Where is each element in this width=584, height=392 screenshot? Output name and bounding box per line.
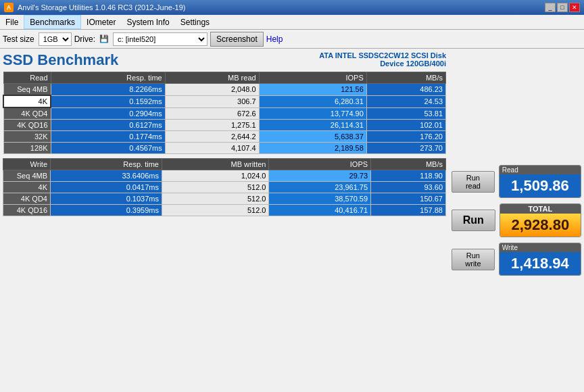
- col-mb-written: MB written: [162, 159, 269, 170]
- read-score-box: Read 1,509.86: [499, 165, 581, 198]
- menu-bar: File Benchmarks IOmeter System Info Sett…: [0, 15, 584, 30]
- iops-128k-read: 2,189.58: [259, 143, 366, 154]
- read-row-4k: 4K 0.1592ms 306.7 6,280.31 24.53: [3, 95, 446, 107]
- menu-benchmarks[interactable]: Benchmarks: [24, 15, 81, 29]
- title-text: Anvil's Storage Utilities 1.0.46 RC3 (20…: [18, 3, 543, 11]
- drive-label: Drive:: [74, 34, 95, 44]
- menu-settings[interactable]: Settings: [175, 15, 215, 29]
- total-score-value: 2,928.80: [500, 214, 581, 237]
- iops-4kqd4-write: 38,570.59: [269, 193, 371, 205]
- resp-4kqd16-read: 0.6127ms: [51, 120, 165, 131]
- read-score-value: 1,509.86: [500, 174, 581, 197]
- menu-system-info[interactable]: System Info: [121, 15, 174, 29]
- help-link[interactable]: Help: [266, 34, 283, 44]
- resp-128k-read: 0.4567ms: [51, 143, 165, 154]
- read-table: Read Resp. time MB read IOPS MB/s Seq 4M…: [3, 72, 446, 154]
- mb-seq4mb-read: 2,048.0: [165, 84, 259, 96]
- iops-4kqd4-read: 13,774.90: [259, 107, 366, 120]
- menu-iometer[interactable]: IOmeter: [81, 15, 121, 29]
- col-read: Read: [3, 72, 51, 84]
- write-score-value: 1,418.94: [500, 252, 581, 275]
- iops-4k-write: 23,961.75: [269, 182, 371, 193]
- resp-4kqd4-write: 0.1037ms: [51, 193, 162, 205]
- mb-4k-write: 512.0: [162, 182, 269, 193]
- col-iops-read: IOPS: [259, 72, 366, 84]
- write-row-seq4mb: Seq 4MB 33.6406ms 1,024.0 29.73 118.90: [3, 170, 446, 182]
- write-row-4k: 4K 0.0417ms 512.0 23,961.75 93.60: [3, 182, 446, 193]
- minimize-button[interactable]: _: [545, 3, 556, 12]
- read-row-4kqd16: 4K QD16 0.6127ms 1,275.1 26,114.31 102.0…: [3, 120, 446, 131]
- col-mb-read: MB read: [165, 72, 259, 84]
- label-4kqd4-read: 4K QD4: [3, 107, 51, 120]
- resp-4k-write: 0.0417ms: [51, 182, 162, 193]
- write-row-4kqd16: 4K QD16 0.3959ms 512.0 40,416.71 157.88: [3, 205, 446, 216]
- resp-seq4mb-write: 33.6406ms: [51, 170, 162, 182]
- mbs-32k-read: 176.20: [366, 131, 445, 143]
- label-4kqd16-write: 4K QD16: [3, 205, 51, 216]
- mb-4kqd4-write: 512.0: [162, 193, 269, 205]
- iops-4k-read: 6,280.31: [259, 95, 366, 107]
- resp-4k-read: 0.1592ms: [51, 95, 165, 107]
- drive-select[interactable]: c: [intel520]: [113, 32, 208, 46]
- write-row-4kqd4: 4K QD4 0.1037ms 512.0 38,570.59 150.67: [3, 193, 446, 205]
- mbs-4kqd16-read: 102.01: [366, 120, 445, 131]
- label-4kqd4-write: 4K QD4: [3, 193, 51, 205]
- read-row-128k: 128K 0.4567ms 4,107.4 2,189.58 273.70: [3, 143, 446, 154]
- iops-4kqd16-write: 40,416.71: [269, 205, 371, 216]
- read-row-seq4mb: Seq 4MB 8.2266ms 2,048.0 121.56 486.23: [3, 84, 446, 96]
- run-write-button[interactable]: Run write: [452, 249, 495, 270]
- col-write: Write: [3, 159, 51, 170]
- mbs-4k-read: 24.53: [366, 95, 445, 107]
- mbs-seq4mb-read: 486.23: [366, 84, 445, 96]
- label-32k-read: 32K: [3, 131, 51, 143]
- test-size-label: Test size: [3, 34, 34, 44]
- menu-file[interactable]: File: [0, 15, 24, 29]
- screenshot-button[interactable]: Screenshot: [210, 32, 264, 47]
- drive-icon: 💾: [99, 34, 109, 43]
- col-mbs-write: MB/s: [371, 159, 446, 170]
- col-iops-write: IOPS: [269, 159, 371, 170]
- iops-seq4mb-write: 29.73: [269, 170, 371, 182]
- col-mbs-read: MB/s: [366, 72, 445, 84]
- read-row-4kqd4: 4K QD4 0.2904ms 672.6 13,774.90 53.81: [3, 107, 446, 120]
- run-button[interactable]: Run: [452, 210, 495, 231]
- label-4k-read: 4K: [3, 95, 51, 107]
- label-seq4mb-read: Seq 4MB: [3, 84, 51, 96]
- label-4k-write: 4K: [3, 182, 51, 193]
- mb-128k-read: 4,107.4: [165, 143, 259, 154]
- mbs-4k-write: 93.60: [371, 182, 446, 193]
- mb-4kqd4-read: 672.6: [165, 107, 259, 120]
- main-area: SSD Benchmark ATA INTEL SSDSC2CW12 SCSI …: [0, 49, 584, 392]
- label-seq4mb-write: Seq 4MB: [3, 170, 51, 182]
- total-score-row: Run TOTAL 2,928.80: [452, 203, 581, 237]
- read-score-row: Run read Read 1,509.86: [452, 165, 581, 198]
- mb-4k-read: 306.7: [165, 95, 259, 107]
- mb-4kqd16-read: 1,275.1: [165, 120, 259, 131]
- mb-32k-read: 2,644.2: [165, 131, 259, 143]
- label-128k-read: 128K: [3, 143, 51, 154]
- write-score-box: Write 1,418.94: [499, 243, 581, 276]
- mb-4kqd16-write: 512.0: [162, 205, 269, 216]
- resp-4kqd4-read: 0.2904ms: [51, 107, 165, 120]
- toolbar: Test size 1GB Drive: 💾 c: [intel520] Scr…: [0, 30, 584, 49]
- total-score-label: TOTAL: [500, 204, 581, 214]
- mbs-4kqd4-write: 150.67: [371, 193, 446, 205]
- mbs-4kqd16-write: 157.88: [371, 205, 446, 216]
- col-resp-time: Resp. time: [51, 72, 165, 84]
- iops-seq4mb-read: 121.56: [259, 84, 366, 96]
- test-size-select[interactable]: 1GB: [39, 32, 72, 46]
- write-score-row: Run write Write 1,418.94: [452, 243, 581, 276]
- close-button[interactable]: ✕: [569, 3, 580, 12]
- run-read-button[interactable]: Run read: [452, 171, 495, 193]
- mbs-4kqd4-read: 53.81: [366, 107, 445, 120]
- maximize-button[interactable]: □: [557, 3, 568, 12]
- drive-info-header: ATA INTEL SSDSC2CW12 SCSI Disk Device 12…: [319, 51, 446, 68]
- app-icon: A: [4, 3, 14, 12]
- resp-32k-read: 0.1774ms: [51, 131, 165, 143]
- label-4kqd16-read: 4K QD16: [3, 120, 51, 131]
- read-row-32k: 32K 0.1774ms 2,644.2 5,638.37 176.20: [3, 131, 446, 143]
- bench-title: SSD Benchmark: [3, 51, 319, 69]
- iops-32k-read: 5,638.37: [259, 131, 366, 143]
- iops-4kqd16-read: 26,114.31: [259, 120, 366, 131]
- right-panel: Run read Read 1,509.86 Run TOTAL 2,928.8…: [449, 49, 584, 392]
